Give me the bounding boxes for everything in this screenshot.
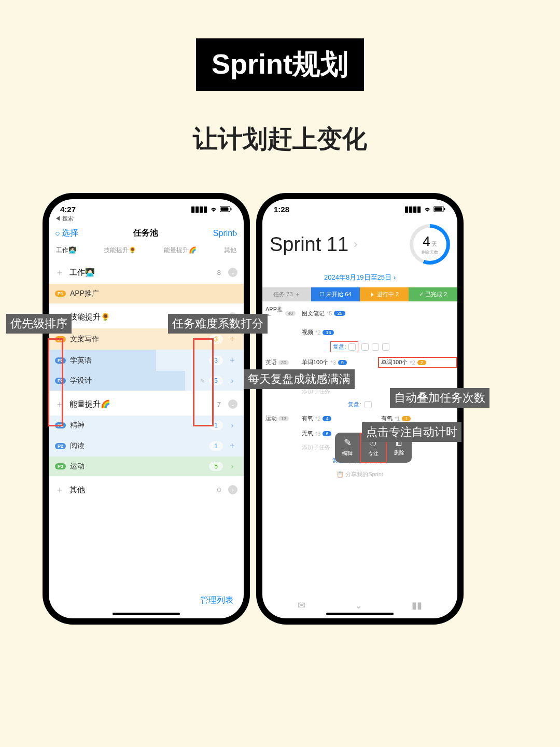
- chevron-right-icon: ›: [235, 229, 237, 238]
- chevron-right-icon[interactable]: ›: [354, 238, 357, 251]
- chevron-right-icon[interactable]: ›: [227, 462, 237, 471]
- group-count: 7: [217, 400, 221, 408]
- checkbox[interactable]: [361, 343, 369, 351]
- stats-icon[interactable]: ▮▮: [412, 600, 422, 611]
- task-label: 阅读: [70, 441, 205, 451]
- chevron-right-icon[interactable]: ›: [227, 376, 237, 385]
- chevron-down-icon[interactable]: ⌄: [228, 268, 237, 277]
- kitem-words[interactable]: 单词100个 *3 9: [302, 357, 375, 367]
- task-read[interactable]: P2 阅读 1 ＋: [49, 435, 244, 457]
- focus-label: 专注: [368, 450, 379, 458]
- task-label: 学设计: [70, 376, 196, 385]
- tab-all[interactable]: 任务 73 ＋: [262, 287, 311, 301]
- checkbox[interactable]: [372, 343, 379, 351]
- chevron-down-icon[interactable]: ⌄: [228, 399, 237, 409]
- kitem-video[interactable]: 视频 *2 16: [302, 327, 457, 337]
- tab-skill[interactable]: 技能提升🌻: [104, 246, 136, 255]
- review-label: 复盘:: [333, 343, 346, 351]
- kitem-picnote[interactable]: 图文笔记 *5 25: [302, 309, 457, 319]
- screen-title: 任务池: [133, 228, 158, 239]
- status-bar: 1:28 ▮▮▮▮: [262, 199, 457, 215]
- item-mult: *5: [327, 310, 332, 316]
- category-tabs: 工作👩🏻‍💻 技能提升🌻 能量提升🌈 其他: [49, 242, 244, 259]
- task-label: 学英语: [70, 356, 205, 365]
- task-design[interactable]: P2 学设计 ✎ 5 ›: [49, 371, 244, 391]
- item-badge: 1: [402, 416, 411, 421]
- review-label: 复盘:: [348, 400, 361, 408]
- back-search[interactable]: ◀ 搜索: [49, 215, 244, 225]
- sprint-title[interactable]: Sprint 11: [270, 233, 348, 256]
- task-score: 5: [209, 462, 223, 471]
- days-label: 剩余天数: [422, 250, 438, 255]
- tab-other[interactable]: 其他: [224, 246, 236, 255]
- circle-icon: ○: [55, 229, 60, 238]
- checkbox[interactable]: [348, 343, 356, 351]
- nav-bar: ○ 选择 任务池 Sprint ›: [49, 225, 244, 242]
- chevron-right-icon[interactable]: ›: [228, 485, 237, 494]
- page-subtitle: 让计划赶上变化: [193, 122, 367, 156]
- status-tabs: 任务 73 ＋ ☐ 未开始 64 ⏵ 进行中 2 ✓ 已完成 2: [262, 287, 457, 301]
- task-score: 1: [209, 441, 223, 451]
- status-icons: ▮▮▮▮: [404, 204, 446, 214]
- cat-label: 英语: [265, 358, 277, 366]
- task-spirit[interactable]: P2 精神 1 ›: [49, 416, 244, 435]
- checkbox[interactable]: [365, 401, 372, 408]
- svg-rect-4: [435, 207, 442, 211]
- inbox-icon[interactable]: ✉︎: [298, 600, 305, 611]
- select-button[interactable]: ○ 选择: [55, 228, 78, 239]
- group-other[interactable]: ＋ 其他 0 ›: [49, 476, 244, 501]
- anno-difficulty: 任务难度系数打分: [168, 314, 268, 334]
- edit-icon: ✎: [344, 437, 352, 448]
- plus-icon[interactable]: ＋: [55, 483, 64, 496]
- item-label: 视频: [302, 328, 313, 336]
- status-bar: 4:27 ▮▮▮▮: [49, 199, 244, 215]
- bottom-nav: ✉︎ ⌄ ▮▮: [262, 600, 457, 611]
- tab-work[interactable]: 工作👩🏻‍💻: [56, 246, 76, 255]
- svg-rect-5: [444, 208, 445, 210]
- task-label: 精神: [70, 421, 205, 430]
- select-label: 选择: [62, 228, 78, 239]
- chevron-right-icon[interactable]: ›: [227, 421, 237, 430]
- tab-not-started[interactable]: ☐ 未开始 64: [311, 287, 360, 301]
- plus-icon[interactable]: ＋: [227, 334, 237, 344]
- sprint-link[interactable]: Sprint ›: [213, 229, 237, 238]
- group-count: 0: [217, 486, 221, 494]
- phone-mockup-left: 4:27 ▮▮▮▮ ◀ 搜索 ○ 选择 任务池 Sprint ›: [43, 193, 250, 625]
- plus-icon[interactable]: ＋: [227, 440, 237, 451]
- date-range[interactable]: 2024年8月19日至25日 ›: [262, 270, 457, 287]
- anno-timer: 点击专注自动计时: [362, 422, 461, 442]
- redbox-priority: [48, 338, 63, 426]
- group-work[interactable]: ＋ 工作👩🏻‍💻 8 ⌄: [49, 259, 244, 284]
- share-sprint-link[interactable]: 📋 分享我的Sprint: [262, 466, 457, 482]
- anno-review: 每天复盘成就感满满: [244, 369, 355, 389]
- kitem-words-progress[interactable]: 单词100个 *2 2: [378, 357, 457, 368]
- item-badge: 6: [323, 431, 331, 436]
- phone-mockup-right: 1:28 ▮▮▮▮ Sprint 11 › 4天 剩余天数: [256, 193, 464, 625]
- cat-app[interactable]: APP推广 40: [262, 303, 299, 323]
- item-label: 添加子任务: [302, 444, 330, 451]
- review-row-app: 复盘:: [262, 339, 457, 354]
- sprint-header: Sprint 11 › 4天 剩余天数: [262, 215, 457, 270]
- home-indicator: [113, 613, 180, 615]
- group-energy[interactable]: ＋ 能量提升🌈 7 ⌄: [49, 391, 244, 416]
- battery-icon: [220, 205, 232, 214]
- tab-done[interactable]: ✓ 已完成 2: [409, 287, 457, 301]
- manage-list-button[interactable]: 管理列表: [200, 595, 233, 606]
- tab-in-progress[interactable]: ⏵ 进行中 2: [360, 287, 409, 301]
- delete-label: 删除: [394, 449, 404, 457]
- cat-sport[interactable]: 运动 13: [262, 412, 299, 424]
- task-app-promo[interactable]: P1 APP推广: [49, 284, 244, 303]
- item-mult: *1: [395, 416, 400, 422]
- task-sport[interactable]: P3 运动 5 ›: [49, 457, 244, 476]
- collapse-icon[interactable]: ⌄: [355, 600, 362, 611]
- checkbox[interactable]: [382, 343, 389, 351]
- anno-stack: 自动叠加任务次数: [390, 388, 489, 408]
- tab-energy[interactable]: 能量提升🌈: [164, 246, 197, 255]
- plus-icon[interactable]: ＋: [55, 266, 64, 279]
- task-english[interactable]: P2 学英语 3 ＋: [49, 350, 244, 371]
- days-unit: 天: [431, 241, 437, 247]
- home-indicator: [326, 613, 394, 615]
- cat-english[interactable]: 英语 20: [262, 356, 299, 368]
- edit-button[interactable]: ✎ 编辑: [335, 433, 360, 463]
- plus-icon[interactable]: ＋: [227, 355, 237, 366]
